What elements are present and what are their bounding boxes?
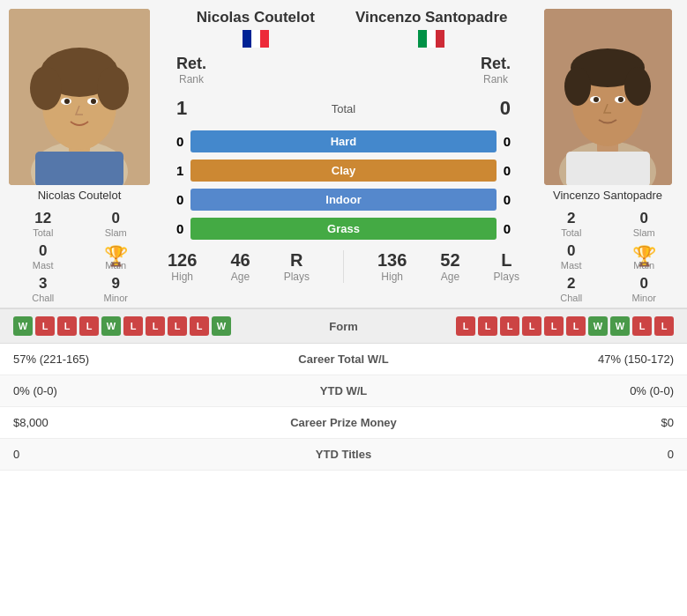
form-badge-right: L bbox=[456, 316, 475, 336]
form-badge-right: L bbox=[544, 316, 564, 336]
right-player-header: Vincenzo Santopadre bbox=[344, 9, 520, 48]
stats-row: $8,000Career Prize Money$0 bbox=[0, 407, 687, 439]
form-section: WLLLWLLLLW Form LLLLLLWWLL bbox=[0, 308, 687, 343]
svg-rect-15 bbox=[418, 30, 427, 48]
form-badge-left: L bbox=[35, 316, 55, 336]
svg-rect-11 bbox=[35, 152, 123, 185]
form-badge-right: W bbox=[610, 316, 630, 336]
form-label: Form bbox=[291, 320, 397, 333]
form-badge-right: L bbox=[566, 316, 586, 336]
hard-row: 0 Hard 0 bbox=[159, 127, 528, 156]
total-right-val: 0 bbox=[500, 97, 511, 120]
form-badge-left: L bbox=[57, 316, 77, 336]
form-badge-left: L bbox=[168, 316, 187, 336]
svg-point-6 bbox=[97, 66, 129, 110]
stats-left-val: $8,000 bbox=[0, 407, 241, 439]
right-high: 136 High bbox=[377, 250, 407, 283]
left-player-photo bbox=[9, 9, 150, 185]
stats-right-val: 0% (0-0) bbox=[446, 375, 687, 407]
form-badge-right: L bbox=[632, 316, 652, 336]
left-player-name-below: Nicolas Coutelot bbox=[0, 185, 159, 205]
form-badge-left: L bbox=[79, 316, 99, 336]
stats-left-val: 0% (0-0) bbox=[0, 375, 241, 407]
right-player-name-below: Vincenzo Santopadre bbox=[528, 185, 687, 205]
svg-rect-29 bbox=[566, 152, 650, 185]
stats-right-val: 47% (150-172) bbox=[446, 344, 687, 375]
right-flag bbox=[418, 30, 444, 48]
form-badge-left: W bbox=[101, 316, 121, 336]
stats-center-label: Career Total W/L bbox=[241, 344, 447, 375]
left-age: 46 Age bbox=[230, 250, 250, 283]
right-age: 52 Age bbox=[440, 250, 459, 283]
stats-left-val: 0 bbox=[0, 439, 241, 471]
right-minor-cell: 0 Minor bbox=[610, 275, 679, 303]
svg-point-28 bbox=[618, 97, 624, 102]
stats-table: 57% (221-165)Career Total W/L47% (150-17… bbox=[0, 344, 687, 471]
right-plays: L Plays bbox=[494, 250, 519, 283]
right-trophy-icon: 🏆 bbox=[632, 245, 656, 268]
svg-rect-14 bbox=[260, 30, 269, 48]
total-label: Total bbox=[332, 102, 355, 115]
form-badge-left: L bbox=[146, 316, 165, 336]
form-badge-right: L bbox=[478, 316, 497, 336]
left-flag bbox=[243, 30, 269, 48]
left-trophy-icon: 🏆 bbox=[104, 245, 128, 268]
left-form-badges: WLLLWLLLLW bbox=[13, 316, 291, 336]
indoor-row: 0 Indoor 0 bbox=[159, 185, 528, 214]
left-mast-cell: 0 Mast bbox=[9, 242, 78, 271]
svg-point-5 bbox=[30, 66, 62, 110]
form-badge-left: L bbox=[190, 316, 209, 336]
svg-rect-16 bbox=[427, 30, 436, 48]
form-badge-right: W bbox=[588, 316, 608, 336]
right-rank: Ret. Rank bbox=[481, 55, 511, 85]
total-left-val: 1 bbox=[176, 97, 187, 120]
form-badge-right: L bbox=[522, 316, 541, 336]
right-player-column: Vincenzo Santopadre 2 Total 0 Slam 0 Mas… bbox=[528, 0, 687, 308]
stats-right-val: 0 bbox=[446, 439, 687, 471]
form-badge-left: W bbox=[212, 316, 231, 336]
left-plays: R Plays bbox=[284, 250, 310, 283]
stats-center-label: Career Prize Money bbox=[241, 407, 447, 439]
form-badge-left: W bbox=[13, 316, 33, 336]
stats-center-label: YTD Titles bbox=[241, 439, 447, 471]
svg-point-23 bbox=[564, 67, 591, 106]
right-mast-cell: 0 Mast bbox=[537, 242, 606, 271]
svg-point-9 bbox=[64, 99, 70, 104]
svg-rect-13 bbox=[251, 30, 260, 48]
left-player-column: Nicolas Coutelot 12 Total 0 Slam 0 Mast bbox=[0, 0, 159, 308]
svg-rect-12 bbox=[243, 30, 251, 48]
left-chall-cell: 3 Chall bbox=[9, 275, 78, 303]
stats-left-val: 57% (221-165) bbox=[0, 344, 241, 375]
left-rank: Ret. Rank bbox=[176, 55, 206, 85]
stats-row: 57% (221-165)Career Total W/L47% (150-17… bbox=[0, 344, 687, 375]
right-trophy-cell: 🏆 0 Main bbox=[610, 242, 679, 271]
form-badge-left: L bbox=[123, 316, 143, 336]
right-slam-cell: 0 Slam bbox=[610, 210, 679, 238]
stats-center-label: YTD W/L bbox=[241, 375, 447, 407]
left-player-header: Nicolas Coutelot bbox=[168, 9, 344, 48]
middle-column: Nicolas Coutelot Vincenzo Santopadre bbox=[159, 0, 528, 308]
right-form-badges: LLLLLLWWLL bbox=[397, 316, 675, 336]
stats-row: 0% (0-0)YTD W/L0% (0-0) bbox=[0, 375, 687, 407]
left-high: 126 High bbox=[168, 250, 197, 283]
main-container: Nicolas Coutelot 12 Total 0 Slam 0 Mast bbox=[0, 0, 687, 471]
stats-right-val: $0 bbox=[446, 407, 687, 439]
right-chall-cell: 2 Chall bbox=[537, 275, 606, 303]
stats-row: 0YTD Titles0 bbox=[0, 439, 687, 471]
clay-row: 1 Clay 0 bbox=[159, 156, 528, 185]
form-badge-right: L bbox=[654, 316, 674, 336]
left-trophy-cell: 🏆 0 Main bbox=[82, 242, 151, 271]
grass-row: 0 Grass 0 bbox=[159, 214, 528, 243]
svg-point-27 bbox=[594, 97, 599, 102]
svg-point-10 bbox=[91, 99, 96, 104]
left-slam-cell: 0 Slam bbox=[82, 210, 151, 238]
svg-point-24 bbox=[624, 67, 651, 106]
right-player-photo bbox=[544, 9, 672, 185]
right-total-cell: 2 Total bbox=[537, 210, 606, 238]
svg-rect-17 bbox=[436, 30, 444, 48]
left-total-cell: 12 Total bbox=[9, 210, 78, 238]
comparison-area: Nicolas Coutelot 12 Total 0 Slam 0 Mast bbox=[0, 0, 687, 308]
form-badge-right: L bbox=[500, 316, 519, 336]
left-minor-cell: 9 Minor bbox=[82, 275, 151, 303]
